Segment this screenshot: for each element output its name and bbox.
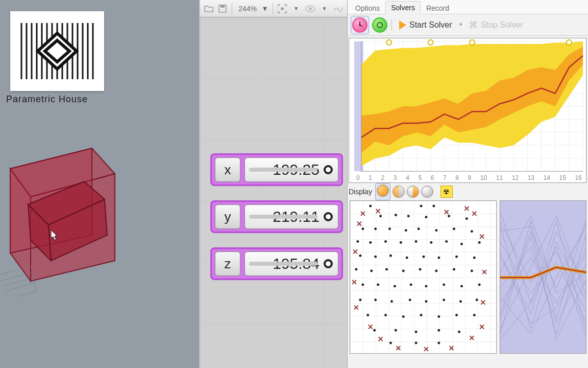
svg-point-89	[369, 241, 372, 244]
svg-point-96	[478, 241, 481, 244]
svg-point-75	[395, 214, 397, 216]
svg-point-107	[385, 268, 388, 271]
display-mode-4[interactable]	[421, 186, 433, 198]
viewport-3d[interactable]: Parametric House	[0, 0, 199, 368]
svg-point-128	[476, 298, 478, 301]
start-solver-dropdown[interactable]: •	[459, 19, 462, 30]
svg-point-142	[415, 342, 418, 344]
chevron-down-icon[interactable]: ▼	[319, 3, 330, 15]
svg-point-106	[370, 270, 373, 272]
svg-point-135	[473, 314, 476, 316]
svg-point-139	[437, 329, 440, 332]
solver-mode-button[interactable]	[352, 17, 368, 33]
svg-point-137	[395, 329, 397, 332]
chevron-down-icon[interactable]: ▼	[291, 3, 302, 15]
svg-point-82	[388, 227, 391, 230]
population-scatter[interactable]	[350, 200, 497, 354]
display-label: Display	[349, 188, 372, 196]
start-solver-button[interactable]: Start Solver	[396, 18, 455, 32]
save-icon[interactable]	[217, 3, 228, 15]
svg-point-98	[374, 256, 377, 258]
svg-point-140	[458, 331, 460, 333]
parallel-coords[interactable]	[500, 200, 586, 354]
solver-mode-button-2[interactable]	[372, 17, 387, 33]
hazard-icon[interactable]: ☢	[440, 186, 453, 198]
slider-label: z	[215, 251, 240, 276]
display-mode-2[interactable]	[393, 186, 405, 198]
svg-point-83	[405, 229, 407, 232]
svg-point-119	[460, 285, 463, 287]
svg-point-132	[420, 314, 423, 316]
display-mode-3[interactable]	[407, 186, 419, 198]
svg-point-116	[410, 283, 412, 286]
fitness-chart[interactable]: 012345678910111213141516	[349, 38, 586, 183]
svg-point-92	[415, 240, 418, 243]
cursor-icon	[51, 230, 59, 241]
stop-solver-label: Stop Solver	[481, 20, 523, 30]
svg-point-121	[359, 298, 361, 301]
view-icon[interactable]	[305, 3, 316, 15]
svg-point-118	[443, 283, 445, 286]
grasshopper-canvas[interactable]: 244% ▾ ▼ ▼ x 199.25 y 219.11	[199, 0, 347, 368]
slider-field[interactable]: 219.11	[244, 204, 338, 229]
svg-point-113	[361, 283, 364, 286]
display-mode-1[interactable]	[377, 185, 389, 197]
svg-point-77	[425, 216, 427, 218]
svg-point-65	[386, 40, 391, 45]
zoom-level[interactable]: 244%	[238, 5, 257, 13]
stop-solver-button: ✖ Stop Solver	[465, 16, 526, 34]
svg-line-26	[3, 277, 35, 286]
number-slider-y[interactable]: y 219.11	[210, 200, 343, 233]
svg-point-95	[460, 243, 463, 245]
svg-point-78	[448, 215, 450, 217]
output-port[interactable]	[324, 165, 333, 174]
svg-point-110	[435, 270, 437, 272]
svg-point-112	[471, 270, 473, 272]
svg-point-138	[415, 331, 418, 333]
slider-field[interactable]: 199.25	[244, 157, 338, 182]
svg-point-130	[384, 314, 387, 316]
svg-point-120	[478, 283, 481, 286]
number-slider-x[interactable]: x 199.25	[210, 153, 343, 186]
tab-solvers[interactable]: Solvers	[385, 1, 421, 14]
svg-point-74	[379, 215, 382, 217]
svg-point-114	[377, 283, 379, 286]
logo	[10, 11, 104, 91]
svg-point-124	[409, 298, 411, 301]
tabs: Options Solvers Record	[348, 0, 588, 14]
svg-point-88	[356, 240, 359, 243]
svg-point-91	[400, 241, 402, 244]
svg-point-99	[389, 255, 392, 257]
svg-point-66	[428, 40, 433, 45]
zoom-dropdown-icon[interactable]: ▾	[262, 3, 268, 15]
svg-point-101	[423, 256, 425, 258]
svg-line-27	[5, 282, 36, 291]
svg-point-71	[369, 204, 372, 207]
solver-toolbar: Start Solver • ✖ Stop Solver	[348, 14, 588, 36]
svg-point-136	[373, 329, 376, 332]
number-slider-z[interactable]: z 195.84	[210, 247, 343, 280]
slider-label: y	[215, 204, 240, 229]
svg-marker-28	[51, 230, 57, 240]
svg-point-68	[567, 40, 572, 45]
sketch-icon[interactable]	[333, 3, 344, 15]
display-toolbar: Display ☢	[349, 184, 453, 199]
x-axis-ticks: 012345678910111213141516	[356, 174, 586, 181]
output-port[interactable]	[324, 259, 333, 268]
svg-point-115	[394, 285, 396, 287]
tab-options[interactable]: Options	[350, 2, 385, 14]
svg-point-79	[465, 217, 468, 220]
svg-point-109	[419, 268, 422, 271]
slider-field[interactable]: 195.84	[244, 251, 338, 276]
svg-point-81	[374, 227, 377, 230]
svg-point-84	[418, 227, 420, 230]
svg-point-97	[359, 255, 361, 257]
open-icon[interactable]	[203, 3, 214, 15]
svg-point-123	[390, 300, 393, 303]
tab-record[interactable]: Record	[421, 2, 455, 14]
stop-icon: ✖	[469, 18, 478, 32]
zoom-extents-icon[interactable]	[277, 3, 287, 15]
svg-point-87	[471, 230, 473, 233]
svg-point-80	[361, 227, 364, 230]
output-port[interactable]	[324, 212, 333, 221]
